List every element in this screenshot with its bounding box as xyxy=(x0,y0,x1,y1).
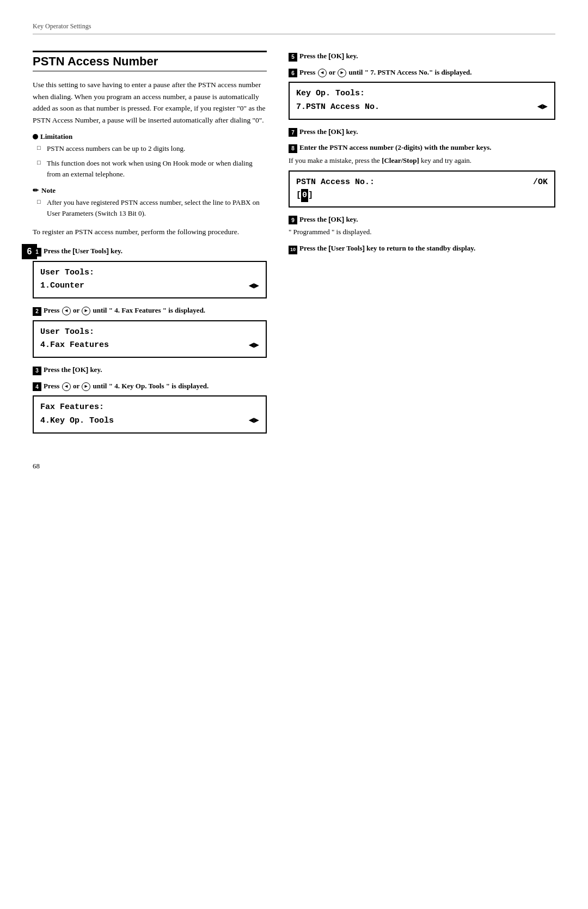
lcd-text: User Tools: xyxy=(40,326,94,339)
step-10-text: Press the [User Tools] key to return to … xyxy=(299,243,475,254)
lcd-ok-text: /OK xyxy=(533,176,548,189)
step-1-text: Press the [User Tools] key. xyxy=(44,246,122,257)
step-8-subtext: If you make a mistake, press the [Clear/… xyxy=(289,155,555,166)
lcd-text: 1.Counter xyxy=(40,279,84,292)
step-intro: To register an PSTN access number, perfo… xyxy=(33,227,267,238)
lcd-line: [0] xyxy=(296,189,548,202)
page-header: Key Operator Settings xyxy=(33,22,555,34)
step-2-text: Press ◄ or ► until " 4. Fax Features " i… xyxy=(44,305,205,316)
step-5: 5 Press the [OK] key. xyxy=(289,51,555,62)
step-num-3: 3 xyxy=(33,367,41,375)
step-num-2: 2 xyxy=(33,307,41,316)
lcd-text: User Tools: xyxy=(40,266,94,279)
page-number: 68 xyxy=(33,462,40,470)
step-6: 6 Press ◄ or ► until " 7. PSTN Access No… xyxy=(289,67,555,120)
step-num-7: 7 xyxy=(289,128,297,137)
lcd-box-5: PSTN Access No.: /OK [0] xyxy=(289,170,555,208)
step-2: 2 Press ◄ or ► until " 4. Fax Features "… xyxy=(33,305,267,358)
page-footer: 68 xyxy=(33,462,555,471)
lcd-line: User Tools: xyxy=(40,266,259,279)
pencil-icon: ✏ xyxy=(33,186,39,195)
lcd-line: User Tools: xyxy=(40,326,259,339)
step-4: 4 Press ◄ or ► until " 4. Key Op. Tools … xyxy=(33,381,267,434)
lcd-arrow-icon: ◀▶ xyxy=(249,279,259,294)
step-10: 10 Press the [User Tools] key to return … xyxy=(289,243,555,254)
step-num-8: 8 xyxy=(289,144,297,153)
step-9-subtext: " Programmed " is displayed. xyxy=(289,227,555,237)
step-5-text: Press the [OK] key. xyxy=(299,51,358,62)
section-title: PSTN Access Number xyxy=(33,51,267,71)
step-num-1: 1 xyxy=(33,248,41,257)
left-column: PSTN Access Number Use this setting to s… xyxy=(33,51,267,440)
note-title: ✏ Note xyxy=(33,186,267,195)
list-item: After you have registered PSTN access nu… xyxy=(37,197,267,219)
lcd-arrow-icon: ◀▶ xyxy=(249,339,259,353)
note-block: ✏ Note After you have registered PSTN ac… xyxy=(33,186,267,219)
lcd-line: 1.Counter ◀▶ xyxy=(40,279,259,294)
lcd-text: 7.PSTN Access No. xyxy=(296,101,379,114)
step-7-text: Press the [OK] key. xyxy=(299,126,358,137)
bullet-icon xyxy=(33,134,38,139)
step-6-text: Press ◄ or ► until " 7. PSTN Access No."… xyxy=(299,67,472,78)
lcd-box-2: User Tools: 4.Fax Features ◀▶ xyxy=(33,320,267,358)
step-9-text: Press the [OK] key. xyxy=(299,214,358,225)
step-4-text: Press ◄ or ► until " 4. Key Op. Tools " … xyxy=(44,381,209,392)
step-3-text: Press the [OK] key. xyxy=(44,364,102,375)
step-3: 3 Press the [OK] key. xyxy=(33,364,267,375)
note-label: Note xyxy=(41,186,56,195)
limitation-title: Limitation xyxy=(33,132,267,141)
lcd-text: [0] xyxy=(296,189,313,202)
lcd-arrow-icon: ◀▶ xyxy=(537,100,548,114)
step-8-text: Enter the PSTN access number (2-digits) … xyxy=(299,142,491,153)
lcd-line: PSTN Access No.: /OK xyxy=(296,176,548,189)
list-item: PSTN access numbers can be up to 2 digit… xyxy=(37,143,267,154)
lcd-text: 4.Key Op. Tools xyxy=(40,414,114,428)
lcd-text: Fax Features: xyxy=(40,401,104,414)
lcd-text: 4.Fax Features xyxy=(40,339,109,352)
step-num-9: 9 xyxy=(289,216,297,224)
step-9: 9 Press the [OK] key. " Programmed " is … xyxy=(289,214,555,238)
lcd-box-3: Fax Features: 4.Key Op. Tools ◀▶ xyxy=(33,395,267,434)
header-text: Key Operator Settings xyxy=(33,22,91,30)
intro-text: Use this setting to save having to enter… xyxy=(33,79,267,126)
limitation-label: Limitation xyxy=(40,132,72,141)
lcd-line: Key Op. Tools: xyxy=(296,87,548,100)
lcd-box-4: Key Op. Tools: 7.PSTN Access No. ◀▶ xyxy=(289,82,555,120)
lcd-text: Key Op. Tools: xyxy=(296,87,365,100)
step-num-10: 10 xyxy=(289,246,297,254)
lcd-line: Fax Features: xyxy=(40,401,259,414)
lcd-line: 4.Fax Features ◀▶ xyxy=(40,339,259,353)
step-7: 7 Press the [OK] key. xyxy=(289,126,555,137)
lcd-line: 4.Key Op. Tools ◀▶ xyxy=(40,414,259,428)
note-list: After you have registered PSTN access nu… xyxy=(33,197,267,219)
lcd-box-1: User Tools: 1.Counter ◀▶ xyxy=(33,261,267,299)
lcd-arrow-icon: ◀▶ xyxy=(249,414,259,428)
limitation-list: PSTN access numbers can be up to 2 digit… xyxy=(33,143,267,179)
lcd-text: PSTN Access No.: xyxy=(296,176,375,189)
lcd-line: 7.PSTN Access No. ◀▶ xyxy=(296,100,548,114)
right-column: 5 Press the [OK] key. 6 Press ◄ or ► unt… xyxy=(289,51,555,440)
list-item: This function does not work when using O… xyxy=(37,158,267,180)
step-num-5: 5 xyxy=(289,53,297,62)
step-1: 1 Press the [User Tools] key. User Tools… xyxy=(33,246,267,298)
limitation-block: Limitation PSTN access numbers can be up… xyxy=(33,132,267,179)
step-num-4: 4 xyxy=(33,382,41,391)
step-8: 8 Enter the PSTN access number (2-digits… xyxy=(289,142,555,208)
step-num-6: 6 xyxy=(289,69,297,77)
